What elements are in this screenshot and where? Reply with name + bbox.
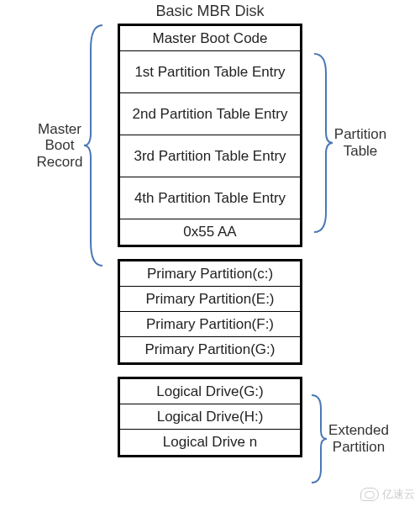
primary-partition-group: Primary Partition(c:) Primary Partition(…: [118, 259, 302, 365]
watermark-text: 亿速云: [382, 487, 415, 502]
extended-row: Logical Drive(G:): [120, 379, 300, 404]
mbr-group: Master Boot Code 1st Partition Table Ent…: [118, 24, 302, 247]
mbr-row: 2nd Partition Table Entry: [120, 93, 300, 135]
extended-partition-group: Logical Drive(G:) Logical Drive(H:) Logi…: [118, 377, 302, 457]
partition-table-label: Partition Table: [334, 126, 386, 159]
brace-right-icon: [308, 393, 328, 484]
center-column: Master Boot Code 1st Partition Table Ent…: [118, 24, 302, 457]
mbr-row: 4th Partition Table Entry: [120, 177, 300, 219]
cloud-icon: [360, 488, 379, 501]
primary-row: Primary Partition(F:): [120, 312, 300, 337]
extended-partition-annotation: Extended Partition: [308, 393, 389, 484]
extended-row: Logical Drive n: [120, 430, 300, 455]
partition-table-annotation: Partition Table: [311, 52, 386, 234]
left-annotation-column: Master Boot Record: [25, 24, 118, 267]
brace-left-icon: [82, 24, 106, 267]
mbr-row: 1st Partition Table Entry: [120, 51, 300, 93]
mbr-row: 3rd Partition Table Entry: [120, 135, 300, 177]
mbr-annotation: Master Boot Record: [37, 24, 107, 267]
right-annotation-column: Partition Table Extended Partition: [302, 24, 395, 484]
diagram-layout: Master Boot Record Master Boot Code 1st …: [0, 24, 420, 484]
extended-row: Logical Drive(H:): [120, 404, 300, 430]
mbr-label: Master Boot Record: [37, 121, 83, 171]
extended-partition-label: Extended Partition: [328, 422, 389, 455]
brace-right-icon: [311, 52, 334, 234]
mbr-row: Master Boot Code: [120, 26, 300, 51]
spacer: [118, 365, 302, 377]
watermark: 亿速云: [360, 487, 415, 502]
primary-row: Primary Partition(G:): [120, 337, 300, 362]
primary-row: Primary Partition(c:): [120, 261, 300, 287]
primary-row: Primary Partition(E:): [120, 287, 300, 312]
diagram-title: Basic MBR Disk: [0, 0, 420, 24]
spacer: [118, 247, 302, 259]
mbr-row: 0x55 AA: [120, 219, 300, 245]
